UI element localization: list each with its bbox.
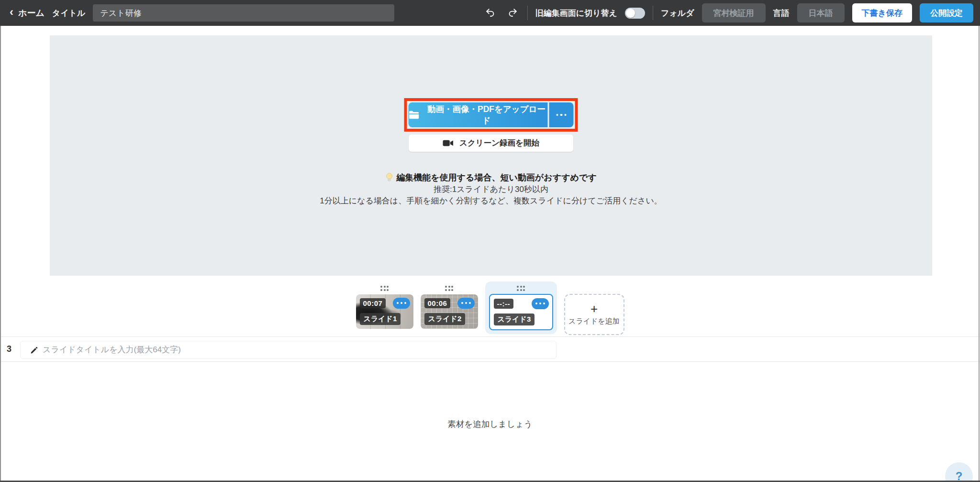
slide-thumbnail-3-selected: --:-- スライド3 [485, 281, 557, 334]
document-title-input[interactable] [93, 4, 394, 22]
undo-icon [485, 8, 496, 18]
upload-more-options-button[interactable] [549, 102, 574, 127]
ellipsis-icon [535, 303, 545, 304]
folder-select-button[interactable]: 宮村検証用 [702, 3, 766, 22]
add-slide-button[interactable]: + スライドを追加 [564, 294, 624, 335]
redo-icon [507, 8, 518, 18]
title-field-label: タイトル [52, 8, 86, 19]
start-screen-recording-button[interactable]: スクリーン録画を開始 [409, 135, 573, 152]
slides-strip: 00:07 スライド1 00:06 スライド2 --:-- [0, 281, 980, 335]
current-slide-number: 3 [7, 337, 11, 361]
slide-title-row: 3 [0, 336, 980, 362]
window-right-edge [979, 26, 980, 482]
toolbar-divider [653, 6, 653, 20]
redo-button[interactable] [505, 6, 520, 20]
undo-button[interactable] [483, 6, 498, 20]
tip-line-1: 推奨:1スライドあたり30秒以内 [50, 184, 932, 195]
publish-settings-button[interactable]: 公開設定 [920, 3, 973, 22]
tip-title-text: 編集機能を使用する場合、短い動画がおすすめです [396, 171, 597, 184]
legacy-editor-toggle[interactable] [625, 8, 645, 19]
folder-icon [409, 111, 420, 120]
top-toolbar: ‹ ホーム タイトル 旧編集画面に切り替え フォルダ 宮村検証用 言語 日本語 … [0, 0, 980, 26]
add-slide-label: スライドを追加 [568, 317, 620, 326]
slide-title-box [20, 341, 557, 359]
legacy-editor-toggle-label: 旧編集画面に切り替え [535, 8, 617, 19]
help-button[interactable]: ? [945, 462, 973, 482]
upload-button-label: 動画・画像・PDFをアップロード [425, 103, 548, 126]
slide-1-more-options-button[interactable] [393, 298, 410, 309]
record-button-label: スクリーン録画を開始 [459, 138, 539, 148]
slide-2-more-options-button[interactable] [457, 298, 475, 309]
language-label: 言語 [773, 8, 790, 19]
drag-handle-icon[interactable] [380, 286, 389, 291]
lightbulb-icon [385, 173, 393, 183]
window-left-edge [0, 26, 1, 482]
slide-2-duration-badge: 00:06 [424, 298, 451, 308]
slide-thumbnail-1: 00:07 スライド1 [356, 281, 413, 329]
slide-2-thumbnail[interactable]: 00:06 スライド2 [421, 294, 478, 329]
slide-thumbnail-2: 00:06 スライド2 [421, 281, 478, 329]
slide-1-duration-badge: 00:07 [360, 298, 386, 308]
toolbar-divider [527, 6, 528, 20]
annotation-highlight-box: 動画・画像・PDFをアップロード [404, 98, 578, 132]
folder-label: フォルダ [661, 8, 694, 19]
slide-2-label: スライド2 [424, 313, 466, 325]
plus-icon: + [590, 303, 598, 314]
ellipsis-icon [556, 114, 567, 116]
tips-block: 編集機能を使用する場合、短い動画がおすすめです 推奨:1スライドあたり30秒以内… [50, 171, 932, 207]
tip-title-row: 編集機能を使用する場合、短い動画がおすすめです [50, 171, 932, 184]
upload-stage: 動画・画像・PDFをアップロード スクリーン録画を開始 編集機能を使用する場合、 [50, 35, 932, 276]
video-camera-icon [443, 139, 454, 147]
home-label: ホーム [18, 7, 45, 19]
ellipsis-icon [397, 302, 406, 304]
slide-3-more-options-button[interactable] [532, 298, 549, 309]
language-select-button[interactable]: 日本語 [797, 3, 845, 22]
editor-screen: ‹ ホーム タイトル 旧編集画面に切り替え フォルダ 宮村検証用 言語 日本語 … [0, 0, 980, 482]
slide-1-label: スライド1 [360, 313, 401, 325]
back-chevron-icon: ‹ [10, 6, 13, 18]
empty-material-message: 素材を追加しましょう [0, 418, 980, 430]
toggle-knob [626, 9, 635, 18]
ellipsis-icon [461, 302, 471, 304]
slide-3-label: スライド3 [494, 314, 535, 325]
back-home-button[interactable]: ‹ ホーム [10, 7, 45, 19]
slide-title-input[interactable] [21, 341, 556, 359]
upload-media-button[interactable]: 動画・画像・PDFをアップロード [409, 102, 548, 127]
upload-button-group: 動画・画像・PDFをアップロード [409, 102, 574, 127]
tip-line-2: 1分以上になる場合は、手順を細かく分割するなど、複数スライドに分けてご活用くださ… [50, 195, 932, 207]
slide-1-thumbnail[interactable]: 00:07 スライド1 [356, 294, 413, 329]
drag-handle-icon[interactable] [517, 286, 525, 291]
slide-3-thumbnail[interactable]: --:-- スライド3 [489, 294, 553, 330]
save-draft-button[interactable]: 下書き保存 [852, 3, 912, 22]
drag-handle-icon[interactable] [445, 286, 453, 291]
pencil-icon [30, 346, 38, 355]
slide-3-duration-badge: --:-- [494, 299, 513, 309]
